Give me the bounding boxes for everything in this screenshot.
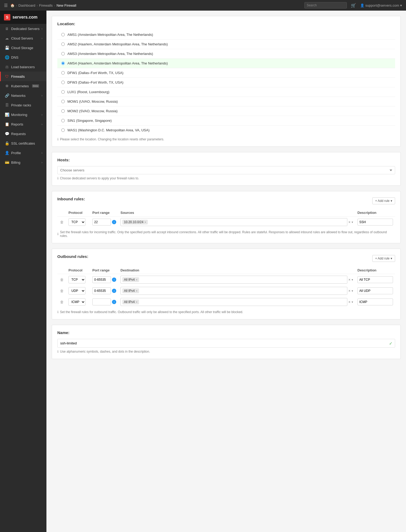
sidebar-item-load-balancers[interactable]: ⚖ Load balancers bbox=[0, 62, 46, 72]
sidebar-item-private-racks[interactable]: 🗄 Private racks bbox=[0, 100, 46, 110]
tag-remove[interactable]: × bbox=[144, 220, 146, 224]
logo[interactable]: S servers.com bbox=[4, 14, 37, 20]
outbound-tags-arrow-2[interactable]: ▾ bbox=[352, 300, 353, 304]
location-radio-mow1[interactable] bbox=[61, 100, 65, 103]
outbound-tags-arrow-0[interactable]: ▾ bbox=[352, 278, 353, 282]
tags-arrow-button[interactable]: ▾ bbox=[352, 220, 353, 224]
location-item-dfw3[interactable]: DFW3 (Dallas–Fort Worth, TX, USA) bbox=[57, 78, 395, 87]
sidebar-item-cloud-servers[interactable]: ☁ Cloud Servers › bbox=[0, 33, 46, 43]
location-item-ams4[interactable]: AMS4 (Haarlem, Amsterdam Metropolitan Ar… bbox=[57, 59, 395, 68]
outbound-port-input-0[interactable] bbox=[92, 276, 111, 283]
location-item-ams3[interactable]: AMS3 (Amsterdam Metropolitan Area, The N… bbox=[57, 49, 395, 59]
inbound-protocol-select[interactable]: TCP UDP ICMP bbox=[68, 218, 85, 226]
outbound-tags-2[interactable]: All IPv4 × bbox=[120, 298, 347, 306]
location-text-dfw3: DFW3 (Dallas–Fort Worth, TX, USA) bbox=[67, 80, 123, 84]
delete-outbound-rule-button[interactable]: 🗑 bbox=[59, 277, 64, 282]
sidebar-item-firewalls[interactable]: 🛡 Firewalls bbox=[0, 72, 46, 81]
location-radio-ams3[interactable] bbox=[61, 52, 65, 55]
location-label-mow2[interactable]: MOW2 (SVAO, Moscow, Russia) bbox=[61, 109, 391, 113]
location-item-ams2[interactable]: AMS2 (Haarlem, Amsterdam Metropolitan Ar… bbox=[57, 40, 395, 49]
sidebar-item-dedicated-servers[interactable]: 🖥 Dedicated Servers › bbox=[0, 24, 46, 33]
location-label-lux1[interactable]: LUX1 (Roost, Luxembourg) bbox=[61, 90, 391, 94]
tags-clear-button[interactable]: × bbox=[348, 220, 351, 224]
delete-outbound-rule-button[interactable]: 🗑 bbox=[59, 299, 64, 305]
outbound-port-input-1[interactable] bbox=[92, 287, 111, 294]
sidebar-item-kubernetes[interactable]: ☸ Kubernetes Beta bbox=[0, 81, 46, 91]
sidebar-item-profile[interactable]: 👤 Profile › bbox=[0, 148, 46, 158]
location-label-ams1[interactable]: AMS1 (Amsterdam Metropolitan Area, The N… bbox=[61, 33, 391, 37]
location-label-was1[interactable]: WAS1 (Washington D.C. Metropolitan Area,… bbox=[61, 128, 391, 132]
outbound-tags-clear-1[interactable]: × bbox=[348, 289, 351, 293]
location-label-ams4[interactable]: AMS4 (Haarlem, Amsterdam Metropolitan Ar… bbox=[61, 61, 391, 65]
inbound-desc-input[interactable] bbox=[357, 219, 393, 226]
location-radio-ams2[interactable] bbox=[61, 42, 65, 46]
tag-remove-outbound[interactable]: × bbox=[136, 289, 137, 292]
tag-remove-outbound[interactable]: × bbox=[136, 278, 137, 281]
location-label-sin1[interactable]: SIN1 (Singapore, Singapore) bbox=[61, 119, 391, 123]
delete-outbound-rule-button[interactable]: 🗑 bbox=[59, 288, 64, 293]
outbound-desc-input-2[interactable] bbox=[357, 299, 393, 305]
location-item-was1[interactable]: WAS1 (Washington D.C. Metropolitan Area,… bbox=[57, 126, 395, 135]
outbound-protocol-select-1[interactable]: TCP UDP ICMP bbox=[68, 287, 85, 295]
location-radio-dfw3[interactable] bbox=[61, 81, 65, 84]
user-label: support@servers.com bbox=[365, 3, 399, 7]
location-radio-ams1[interactable] bbox=[61, 33, 65, 36]
location-label-dfw1[interactable]: DFW1 (Dallas–Fort Worth, TX, USA) bbox=[61, 71, 391, 75]
outbound-protocol-select-2[interactable]: TCP UDP ICMP bbox=[68, 298, 85, 306]
add-inbound-rule-button[interactable]: + Add rule ▾ bbox=[372, 197, 395, 204]
location-item-sin1[interactable]: SIN1 (Singapore, Singapore) bbox=[57, 116, 395, 126]
sidebar-item-monitoring[interactable]: 📊 Monitoring › bbox=[0, 110, 46, 119]
outbound-port-info-button-0[interactable]: i bbox=[112, 278, 116, 282]
outbound-protocol-select-0[interactable]: TCP UDP ICMP bbox=[68, 276, 85, 283]
info-icon: ℹ bbox=[57, 137, 59, 141]
breadcrumb-firewalls[interactable]: Firewalls bbox=[39, 3, 53, 7]
location-radio-dfw1[interactable] bbox=[61, 71, 65, 75]
outbound-desc-input-1[interactable] bbox=[357, 287, 393, 294]
outbound-tags-arrow-1[interactable]: ▾ bbox=[352, 289, 353, 293]
location-label-ams2[interactable]: AMS2 (Haarlem, Amsterdam Metropolitan Ar… bbox=[61, 42, 391, 46]
add-outbound-rule-button[interactable]: + Add rule ▾ bbox=[372, 255, 395, 262]
sidebar-item-dns[interactable]: 🌐 DNS bbox=[0, 53, 46, 62]
location-label-mow1[interactable]: MOW1 (UVAO, Moscow, Russia) bbox=[61, 100, 391, 103]
sidebar-item-billing[interactable]: 💳 Billing › bbox=[0, 158, 46, 167]
outbound-tags-clear-2[interactable]: × bbox=[348, 300, 351, 304]
user-menu[interactable]: 👤 support@servers.com ▾ bbox=[360, 3, 402, 7]
inbound-port-info-button[interactable]: i bbox=[112, 220, 116, 224]
inbound-port-input[interactable] bbox=[92, 219, 111, 226]
sidebar-item-ssl-certificates[interactable]: 🔒 SSL certificates bbox=[0, 139, 46, 148]
location-item-lux1[interactable]: LUX1 (Roost, Luxembourg) bbox=[57, 87, 395, 97]
tag-remove-outbound[interactable]: × bbox=[136, 300, 137, 304]
delete-inbound-rule-button[interactable]: 🗑 bbox=[59, 219, 64, 225]
outbound-tags-clear-0[interactable]: × bbox=[348, 278, 351, 282]
outbound-tags-1[interactable]: All IPv4 × bbox=[120, 287, 347, 295]
outbound-port-input-2[interactable] bbox=[92, 299, 111, 305]
location-radio-sin1[interactable] bbox=[61, 119, 65, 122]
location-radio-mow2[interactable] bbox=[61, 109, 65, 113]
sidebar-item-left-dedicated-servers: 🖥 Dedicated Servers bbox=[5, 27, 40, 31]
outbound-tags-0[interactable]: All IPv4 × bbox=[120, 276, 347, 284]
hosts-select[interactable]: Choose servers bbox=[57, 166, 395, 174]
location-label-ams3[interactable]: AMS3 (Amsterdam Metropolitan Area, The N… bbox=[61, 52, 391, 56]
sidebar-item-reports[interactable]: 📋 Reports › bbox=[0, 119, 46, 129]
location-radio-lux1[interactable] bbox=[61, 90, 65, 94]
location-label-dfw3[interactable]: DFW3 (Dallas–Fort Worth, TX, USA) bbox=[61, 80, 391, 84]
breadcrumb-dashboard[interactable]: Dashboard bbox=[18, 3, 35, 7]
location-item-dfw1[interactable]: DFW1 (Dallas–Fort Worth, TX, USA) bbox=[57, 68, 395, 78]
location-item-ams1[interactable]: AMS1 (Amsterdam Metropolitan Area, The N… bbox=[57, 30, 395, 40]
sidebar-item-networks[interactable]: 🔗 Networks › bbox=[0, 91, 46, 100]
outbound-desc-input-0[interactable] bbox=[357, 276, 393, 283]
location-radio-was1[interactable] bbox=[61, 128, 65, 132]
name-input[interactable] bbox=[57, 339, 395, 348]
search-input[interactable] bbox=[304, 2, 347, 8]
inbound-tags[interactable]: 10.20.10.0/24 × bbox=[120, 218, 347, 226]
location-item-mow1[interactable]: MOW1 (UVAO, Moscow, Russia) bbox=[57, 97, 395, 106]
location-item-mow2[interactable]: MOW2 (SVAO, Moscow, Russia) bbox=[57, 106, 395, 116]
cart-icon[interactable]: 🛒 bbox=[351, 3, 356, 8]
outbound-port-info-button-2[interactable]: i bbox=[112, 300, 116, 304]
hamburger-icon[interactable]: ☰ bbox=[4, 3, 8, 8]
sidebar-item-requests[interactable]: 💬 Requests bbox=[0, 129, 46, 139]
arrow-cloud-servers: › bbox=[41, 37, 42, 40]
outbound-port-info-button-1[interactable]: i bbox=[112, 289, 116, 293]
location-radio-ams4[interactable] bbox=[61, 62, 65, 65]
sidebar-item-cloud-storage[interactable]: 💾 Cloud Storage bbox=[0, 43, 46, 53]
